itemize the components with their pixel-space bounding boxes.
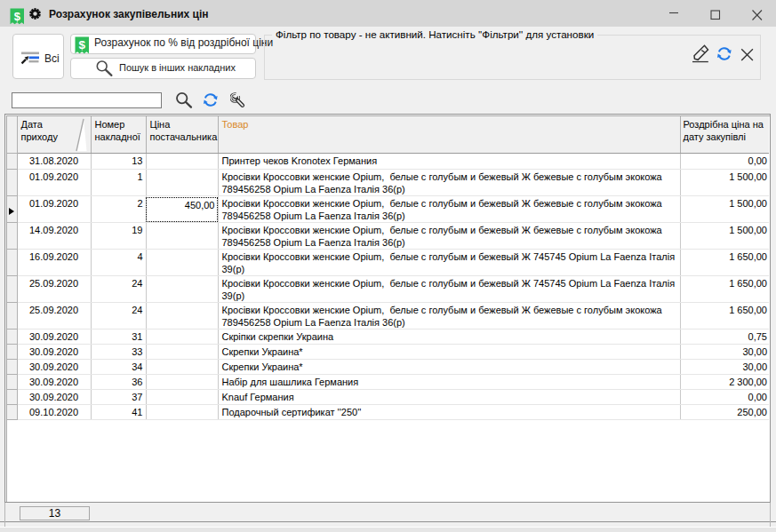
svg-text:$: $ (79, 38, 86, 52)
svg-text:$: $ (13, 9, 20, 22)
